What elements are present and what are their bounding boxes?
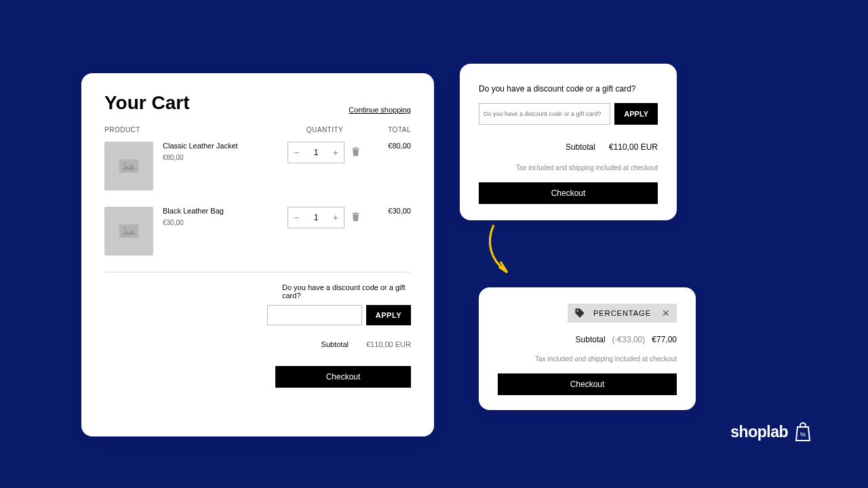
subtotal-label: Subtotal [566,142,595,152]
trash-icon[interactable] [351,212,360,224]
tax-note: Tax included and shipping included at ch… [479,164,658,171]
column-total: TOTAL [362,126,411,134]
plus-icon[interactable]: + [333,147,338,158]
subtotal-label: Subtotal [321,340,349,348]
minus-icon[interactable]: − [294,147,299,158]
tax-note: Tax included and shipping included at ch… [498,355,677,363]
quantity-stepper[interactable]: − 1 + [288,207,344,228]
apply-button[interactable]: APPLY [614,103,658,125]
product-name: Classic Leather Jacket [163,142,288,150]
svg-point-1 [123,227,126,230]
checkout-button[interactable]: Checkout [498,373,677,395]
quantity-stepper[interactable]: − 1 + [288,142,344,163]
applied-discount-chip: PERCENTAGE ✕ [568,304,677,323]
product-image-placeholder [104,207,153,256]
svg-point-0 [123,162,126,165]
svg-point-2 [577,310,578,312]
minus-icon[interactable]: − [294,212,299,223]
cart-row: Black Leather Bag €30,00 − 1 + €30,00 [104,207,411,256]
line-total: €30,00 [360,207,411,215]
brand-logo: shoplab % [730,422,811,442]
brand-name: shoplab [730,423,788,441]
discount-prompt: Do you have a discount code or a gift ca… [282,283,411,300]
subtotal-value: €110,00 EUR [366,340,411,348]
product-name: Black Leather Bag [163,207,288,215]
product-image-placeholder [104,142,153,190]
column-quantity: QUANTITY [288,126,362,134]
divider [104,272,411,272]
shopping-bag-percent-icon: % [795,422,811,442]
checkout-button[interactable]: Checkout [275,366,411,388]
apply-button[interactable]: APPLY [366,305,411,325]
product-price: €80,00 [163,154,288,161]
discount-code-name: PERCENTAGE [593,309,651,317]
tag-icon [574,308,585,319]
plus-icon[interactable]: + [333,212,338,223]
quantity-value: 1 [314,148,319,157]
svg-text:%: % [800,431,806,438]
trash-icon[interactable] [351,147,360,159]
subtotal-value: €110,00 EUR [609,142,658,152]
discount-panel-after: PERCENTAGE ✕ Subtotal (-€33,00) €77,00 T… [479,287,696,410]
discount-prompt: Do you have a discount code or a gift ca… [479,84,658,94]
line-total: €80,00 [360,142,411,150]
product-price: €30,00 [163,219,288,226]
subtotal-label: Subtotal [576,335,606,344]
discount-amount: (-€33,00) [612,335,646,344]
subtotal-value: €77,00 [652,335,677,344]
discount-code-input[interactable] [479,103,610,125]
discount-code-input[interactable] [267,305,362,325]
quantity-value: 1 [314,213,319,222]
discount-panel-before: Do you have a discount code or a gift ca… [460,64,677,220]
cart-columns-header: PRODUCT QUANTITY TOTAL [104,126,411,134]
cart-card: Your Cart Continue shopping PRODUCT QUAN… [81,73,434,436]
close-icon[interactable]: ✕ [662,308,670,319]
flow-arrow-icon [479,222,519,282]
cart-title: Your Cart [104,92,190,114]
continue-shopping-link[interactable]: Continue shopping [349,106,411,114]
checkout-button[interactable]: Checkout [479,182,658,204]
column-product: PRODUCT [104,126,288,134]
cart-row: Classic Leather Jacket €80,00 − 1 + €80,… [104,142,411,190]
